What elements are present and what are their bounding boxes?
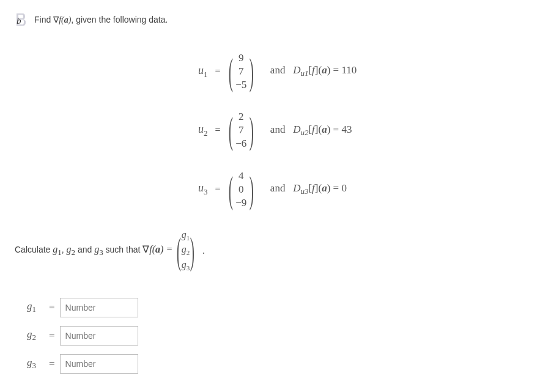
vector-u1: ( 9 7 −5 )	[224, 51, 258, 92]
part-letter: b	[17, 16, 21, 26]
equation-row-1: u1 = ( 9 7 −5 ) and Du1[f](a) = 110	[198, 51, 525, 92]
given-equations: u1 = ( 9 7 −5 ) and Du1[f](a) = 110 u2 =…	[198, 51, 525, 210]
vector-u3: ( 4 0 −9 )	[224, 169, 258, 210]
g1-input[interactable]	[60, 298, 138, 317]
input-row-g2: g2 =	[27, 326, 525, 346]
period: .	[202, 245, 205, 256]
part-label-icon: b	[15, 12, 27, 27]
equation-row-2: u2 = ( 2 7 −6 ) and Du2[f](a) = 43	[198, 110, 525, 150]
answer-inputs: g1 = g2 = g3 =	[27, 298, 525, 374]
input-row-g3: g3 =	[27, 354, 525, 374]
gradient-vector: ( g1 g2 g3 )	[172, 228, 199, 273]
equation-row-3: u3 = ( 4 0 −9 ) and Du3[f](a) = 0	[198, 169, 525, 210]
question-header: b Find ∇f(a), given the following data.	[15, 12, 525, 27]
question-prompt: Find ∇f(a), given the following data.	[34, 15, 168, 25]
input-row-g1: g1 =	[27, 298, 525, 317]
g2-input[interactable]	[60, 326, 138, 346]
vector-u2: ( 2 7 −6 )	[224, 110, 258, 150]
calculate-prompt: Calculate g1, g2 and g3 such that ∇f(a) …	[15, 228, 525, 273]
g3-input[interactable]	[60, 354, 138, 374]
